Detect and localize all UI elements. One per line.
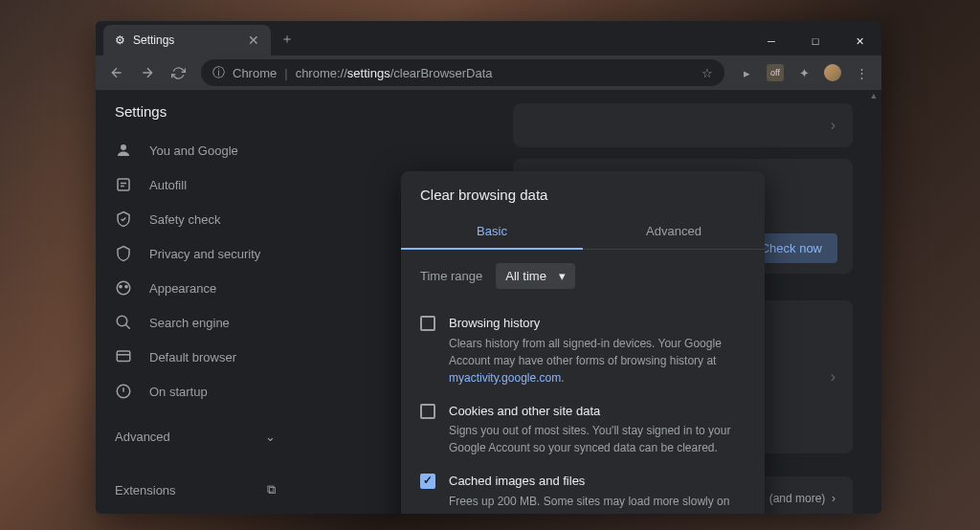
sidebar-item-label: Privacy and security xyxy=(149,247,260,261)
sidebar-heading: Settings xyxy=(96,103,295,133)
sidebar-item-label: On startup xyxy=(149,385,208,399)
svg-rect-1 xyxy=(118,179,129,190)
external-link-icon: ⧉ xyxy=(267,482,276,497)
checkbox-browsing-history[interactable] xyxy=(420,316,435,331)
sidebar-item-default-browser[interactable]: Default browser xyxy=(96,340,295,374)
sidebar-item-label: Autofill xyxy=(149,178,187,192)
sidebar-item-search-engine[interactable]: Search engine xyxy=(96,305,295,340)
bookmark-icon[interactable]: ☆ xyxy=(702,66,713,80)
tab-title: Settings xyxy=(133,33,174,47)
extension-icon[interactable]: off xyxy=(767,64,784,81)
tab-advanced[interactable]: Advanced xyxy=(583,214,765,249)
sidebar-item-label: Advanced xyxy=(115,430,170,444)
sidebar-item-safety-check[interactable]: Safety check xyxy=(96,202,295,236)
option-title: Cookies and other site data xyxy=(449,402,746,421)
svg-point-3 xyxy=(120,285,122,287)
option-description: Frees up 200 MB. Some sites may load mor… xyxy=(449,493,746,515)
browser-window: ⚙ Settings ✕ ＋ ─ □ ✕ ⓘ Chrome | chrome:/… xyxy=(96,21,881,514)
site-info-icon[interactable]: ⓘ xyxy=(212,64,225,81)
svg-point-2 xyxy=(117,281,130,295)
scrollbar[interactable]: ▲ xyxy=(868,90,880,514)
sidebar-item-advanced[interactable]: Advanced⌄ xyxy=(96,418,295,455)
sidebar-item-label: Search engine xyxy=(149,316,230,330)
gear-icon: ⚙ xyxy=(115,33,125,47)
options-list: Browsing history Clears history from all… xyxy=(401,302,765,514)
extension-icons: ▸ off ✦ ⋮ xyxy=(734,64,874,81)
sidebar-item-label: Extensions xyxy=(115,483,176,497)
back-button[interactable] xyxy=(103,59,130,86)
sidebar-item-about-chrome[interactable]: About Chrome xyxy=(96,507,295,514)
sidebar-item-appearance[interactable]: Appearance xyxy=(96,271,295,305)
sidebar-item-privacy-security[interactable]: Privacy and security xyxy=(96,236,295,271)
toolbar: ⓘ Chrome | chrome://settings/clearBrowse… xyxy=(96,55,881,90)
settings-card[interactable]: › xyxy=(513,103,853,147)
reload-button[interactable] xyxy=(165,59,191,86)
dialog-tabs: Basic Advanced xyxy=(401,214,765,250)
clear-browsing-data-dialog: Clear browsing data Basic Advanced Time … xyxy=(401,171,765,514)
forward-button[interactable] xyxy=(134,59,161,86)
extension-icon[interactable]: ▸ xyxy=(738,64,755,81)
time-range-label: Time range xyxy=(420,269,482,283)
omnibox-prefix: Chrome xyxy=(233,66,277,80)
profile-avatar[interactable] xyxy=(824,64,841,81)
maximize-button[interactable]: □ xyxy=(793,27,837,55)
extensions-icon[interactable]: ✦ xyxy=(795,64,813,81)
option-cookies: Cookies and other site data Signs you ou… xyxy=(420,394,746,465)
option-browsing-history: Browsing history Clears history from all… xyxy=(420,306,746,394)
titlebar: ⚙ Settings ✕ ＋ ─ □ ✕ xyxy=(96,21,881,55)
close-window-button[interactable]: ✕ xyxy=(837,27,881,55)
sidebar-item-on-startup[interactable]: On startup xyxy=(96,374,295,409)
checkbox-cached[interactable] xyxy=(420,474,435,489)
minimize-button[interactable]: ─ xyxy=(749,27,793,55)
new-tab-button[interactable]: ＋ xyxy=(280,31,294,48)
option-title: Browsing history xyxy=(449,314,746,333)
time-range-row: Time range All time xyxy=(401,250,765,302)
svg-point-0 xyxy=(121,144,126,150)
myactivity-link[interactable]: myactivity.google.com xyxy=(449,371,561,385)
close-tab-icon[interactable]: ✕ xyxy=(248,33,259,48)
chevron-down-icon: ⌄ xyxy=(265,430,276,444)
tab-basic[interactable]: Basic xyxy=(401,214,583,250)
option-description: Clears history from all signed-in device… xyxy=(449,335,746,386)
window-controls: ─ □ ✕ xyxy=(749,27,881,55)
menu-icon[interactable]: ⋮ xyxy=(853,64,870,81)
scroll-up-icon[interactable]: ▲ xyxy=(868,90,880,101)
settings-sidebar: Settings You and Google Autofill Safety … xyxy=(96,90,295,514)
option-description: Signs you out of most sites. You'll stay… xyxy=(449,422,746,456)
sidebar-item-label: You and Google xyxy=(149,144,238,158)
svg-rect-6 xyxy=(117,351,130,362)
sidebar-item-label: Appearance xyxy=(149,281,216,296)
sidebar-item-autofill[interactable]: Autofill xyxy=(96,167,295,202)
omnibox-url: chrome://settings/clearBrowserData xyxy=(296,66,694,80)
address-bar[interactable]: ⓘ Chrome | chrome://settings/clearBrowse… xyxy=(201,59,724,86)
browser-tab[interactable]: ⚙ Settings ✕ xyxy=(103,25,271,55)
sidebar-item-label: Safety check xyxy=(149,212,220,227)
time-range-select[interactable]: All time xyxy=(496,263,575,289)
option-title: Cached images and files xyxy=(449,472,746,491)
sidebar-item-extensions[interactable]: Extensions⧉ xyxy=(96,473,295,507)
sidebar-item-you-and-google[interactable]: You and Google xyxy=(96,133,295,167)
content-area: Settings You and Google Autofill Safety … xyxy=(96,90,881,514)
checkbox-cookies[interactable] xyxy=(420,404,435,419)
option-cached: Cached images and files Frees up 200 MB.… xyxy=(420,464,746,514)
svg-point-5 xyxy=(117,316,127,326)
sidebar-item-label: Default browser xyxy=(149,350,236,364)
dialog-title: Clear browsing data xyxy=(401,171,765,214)
svg-point-4 xyxy=(125,285,127,287)
and-more-label: (and more) xyxy=(769,492,826,505)
